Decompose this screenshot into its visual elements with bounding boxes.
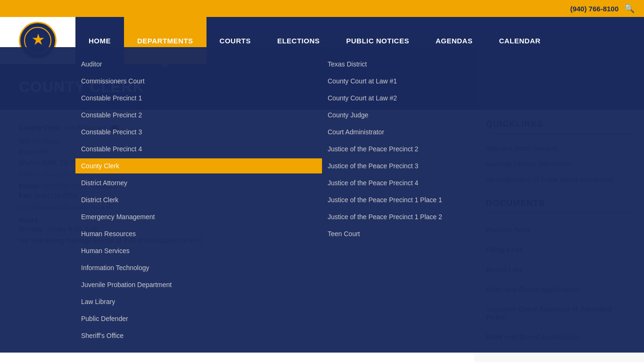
dropdown-item-district-clerk[interactable]: District Clerk [75, 192, 322, 207]
dropdown-item-jp4[interactable]: Justice of the Peace Precinct 4 [322, 175, 569, 190]
dropdown-item-constable2[interactable]: Constable Precinct 2 [75, 107, 322, 123]
dropdown-col-1: Auditor Commissioners Court Constable Pr… [75, 57, 322, 343]
dropdown-item-constable4[interactable]: Constable Precinct 4 [75, 141, 322, 156]
dropdown-item-teen-court[interactable]: Teen Court [322, 226, 569, 241]
dropdown-item-constable1[interactable]: Constable Precinct 1 [75, 90, 322, 106]
dropdown-item-jp1p1[interactable]: Justice of the Peace Precinct 1 Place 1 [322, 192, 569, 207]
dropdown-item-constable3[interactable]: Constable Precinct 3 [75, 124, 322, 140]
dropdown-item-auditor[interactable]: Auditor [75, 57, 322, 72]
top-bar-phone: (940) 766-8100 [570, 5, 619, 13]
dropdown-item-law-library[interactable]: Law Library [75, 294, 322, 309]
dropdown-item-county-court2[interactable]: County Court at Law #2 [322, 90, 569, 106]
search-icon[interactable]: 🔍 [624, 3, 635, 14]
dropdown-item-county-clerk[interactable]: County Clerk [75, 158, 322, 173]
dropdown-item-juvenile[interactable]: Juvenile Probation Department [75, 277, 322, 292]
dropdown-item-emergency-mgmt[interactable]: Emergency Management [75, 209, 322, 224]
dropdown-item-county-judge[interactable]: County Judge [322, 107, 569, 123]
dropdown-item-district-attorney[interactable]: District Attorney [75, 175, 322, 190]
dropdown-item-county-court1[interactable]: County Court at Law #1 [322, 74, 569, 89]
dropdown-item-public-defender[interactable]: Public Defender [75, 311, 322, 326]
dropdown-item-human-services[interactable]: Human Services [75, 243, 322, 258]
dropdown-item-jp2[interactable]: Justice of the Peace Precinct 2 [322, 141, 569, 156]
dropdown-item-jp3[interactable]: Justice of the Peace Precinct 3 [322, 158, 569, 173]
dropdown-item-court-admin[interactable]: Court Administrator [322, 124, 569, 140]
dropdown-item-commissioners[interactable]: Commissioners Court [75, 74, 322, 89]
dropdown-col-2: Texas District County Court at Law #1 Co… [322, 57, 569, 343]
dropdown-item-jp1p2[interactable]: Justice of the Peace Precinct 1 Place 2 [322, 209, 569, 224]
top-bar: (940) 766-8100 🔍 [0, 0, 644, 17]
departments-dropdown: Auditor Commissioners Court Constable Pr… [0, 47, 644, 353]
dropdown-item-human-resources[interactable]: Human Resources [75, 226, 322, 241]
dropdown-item-it[interactable]: Information Technology [75, 260, 322, 275]
dropdown-item-texas-district[interactable]: Texas District [322, 57, 569, 72]
dropdown-item-sheriff[interactable]: Sheriff's Office [75, 328, 322, 343]
svg-text:★: ★ [32, 33, 44, 47]
